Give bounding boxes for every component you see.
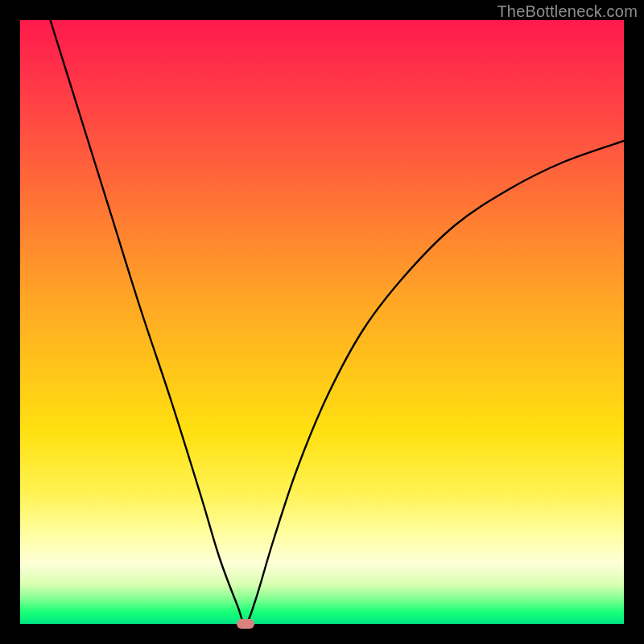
minimum-marker [237, 619, 254, 629]
bottleneck-curve-path [51, 20, 625, 624]
plot-area [20, 20, 624, 624]
curve-svg [20, 20, 624, 624]
chart-stage: TheBottleneck.com [0, 0, 644, 644]
watermark-text: TheBottleneck.com [497, 2, 638, 21]
